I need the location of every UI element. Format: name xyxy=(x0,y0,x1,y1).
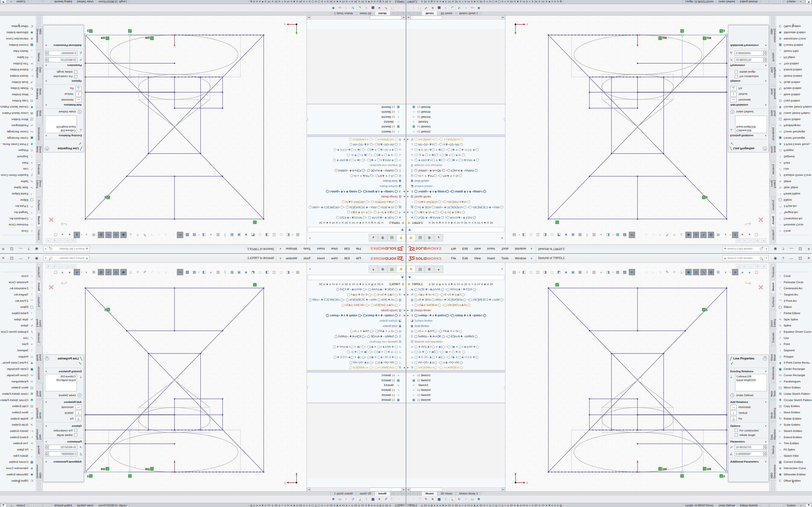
tool-item[interactable]: ▣ Center Rectangle xyxy=(0,135,36,141)
commandmanager-tab[interactable]: Sketch xyxy=(37,214,41,227)
headsup-icon[interactable]: ◍ xyxy=(708,232,714,238)
tool-item[interactable]: ▭ Corner Rectangle xyxy=(0,372,36,378)
tool-item[interactable]: ⌣ Fit Spline xyxy=(0,446,36,453)
parameter-input[interactable]: 0.00000000° xyxy=(49,51,77,56)
display-toolbar-icon[interactable]: ◔ xyxy=(463,497,469,502)
scrollbar-thumb[interactable] xyxy=(370,488,402,491)
tool-item[interactable]: ◔ Partial Ellipse xyxy=(776,191,812,197)
headsup-icon[interactable]: ▥ xyxy=(591,269,597,275)
tree-item[interactable]: ◪ Surface Bodies xyxy=(307,318,406,324)
headsup-icon[interactable]: ▤ xyxy=(295,269,301,275)
tree-item[interactable]: ▶ ↺ ◯ Ʌ♟◎ ✚ Ƽƨ∘Є ◯ ∘◯ Є∘ƨƼ ✚ ◎♟Ʌ ◯ xyxy=(406,292,505,297)
tool-item[interactable]: ⊗ Intersection Curve xyxy=(0,36,36,42)
expander-icon[interactable]: ▶ xyxy=(402,195,406,198)
headsup-icon[interactable]: ▤ xyxy=(295,232,301,238)
commandmanager-tab[interactable]: ⋮ xyxy=(771,17,775,20)
headsup-icon[interactable]: ▥ xyxy=(215,232,221,238)
tool-item[interactable]: ⊦ Extend Entities xyxy=(776,434,812,440)
commandmanager-tab[interactable]: Surfaces xyxy=(37,294,41,309)
restore-button[interactable]: ⊡ xyxy=(10,256,13,261)
sketch-list-item[interactable]: ⌐ (-) Sketch4 xyxy=(406,114,505,119)
display-toolbar-icon[interactable]: ✱ xyxy=(476,497,481,502)
tool-item[interactable]: ▱ Parallelogram xyxy=(776,378,812,385)
expand-icon[interactable]: ∨ xyxy=(45,460,47,463)
parameter-input[interactable]: 10.88152731 xyxy=(735,57,763,62)
display-toolbar-icon[interactable]: ▦ xyxy=(436,497,442,502)
tool-item[interactable]: ✂ Trim Entities xyxy=(776,440,812,447)
commandmanager-tab[interactable]: Mold Tools xyxy=(769,108,777,124)
status-unit-system[interactable]: Custom ▲ xyxy=(7,504,28,507)
panel-tab[interactable]: ▤ xyxy=(387,234,396,241)
headsup-icon[interactable]: ⊥ xyxy=(678,269,684,275)
add-relation-button[interactable]: — Horizontal xyxy=(44,404,84,410)
relation-entry[interactable]: Collinear108 xyxy=(737,129,766,132)
tree-item[interactable]: ★ ◯ ƼƨƷЄ ✚ ∘♟◎ΛΛΦ ◯ ∘◯ ΦΛΛ◎♟∘ ✚ ЄƷƨƼ ◯ xyxy=(406,215,505,220)
display-toolbar-icon[interactable]: ⊾ xyxy=(449,6,456,10)
add-relation-button[interactable]: — Horizontal xyxy=(728,97,768,103)
headsup-icon[interactable]: □ xyxy=(528,232,534,238)
headsup-icon[interactable]: □ xyxy=(257,232,263,238)
headsup-icon[interactable]: ◖ xyxy=(208,269,214,275)
tool-item[interactable]: ⊡ Copy Entities xyxy=(0,403,36,409)
tree-item[interactable]: ▶ ⛨ ◯ ƼƨЄƷИИΑ∪∔◯ ∘◯ ∔∪ΑИИƷЄƨƼ ◯ xyxy=(307,137,406,142)
tool-item[interactable]: ↻ Rotate Entities xyxy=(0,86,36,92)
tool-item[interactable]: ⊦ Extend Entities xyxy=(776,67,812,73)
headsup-icon[interactable]: ◨ xyxy=(605,232,611,238)
tool-item[interactable]: ⊗ Intersection Curve xyxy=(776,36,812,42)
tool-item[interactable]: ⊗ Intersection Curve xyxy=(776,465,812,471)
headsup-icon[interactable]: ◨ xyxy=(201,232,207,238)
tree-item[interactable]: ▶ A ◯ ƼƨИИ◎∘ ✚ Α ✚ ◎ИИΑ◯ ∘◯ ΑИИ◎ ✚ Α ✚ ∘… xyxy=(406,189,505,194)
commandmanager-tab[interactable]: ⋮ xyxy=(37,21,41,25)
tab-nav-icon[interactable]: › xyxy=(394,11,398,15)
spin-down-icon[interactable]: ▼ xyxy=(45,447,48,450)
tree-item[interactable]: ◪ Surface Bodies xyxy=(307,184,406,189)
headsup-icon[interactable]: ↩ xyxy=(177,269,183,275)
headsup-icon[interactable]: ◌ xyxy=(636,269,642,275)
tool-item[interactable]: ○ Circle xyxy=(0,273,36,279)
tree-item[interactable]: ◪ Surface Bodies xyxy=(406,318,505,324)
headsup-icon[interactable]: ◨ xyxy=(264,269,270,275)
menu-item[interactable]: View xyxy=(471,256,484,261)
sketch-list-item[interactable]: ⌐ Sketch3 xyxy=(307,383,406,388)
tool-item[interactable]: ⌣ Fit Spline xyxy=(0,54,36,61)
tree-item[interactable]: ☰ Material <not specified> xyxy=(307,339,406,344)
search-input[interactable]: Search CAD Models xyxy=(727,257,760,260)
user-icon[interactable]: ◉ xyxy=(35,256,38,260)
commandmanager-tab[interactable]: MBD Dimensions xyxy=(769,26,777,50)
headsup-icon[interactable]: ○ xyxy=(156,232,162,238)
tool-item[interactable]: ƒ Equation Driven Curve xyxy=(776,329,812,335)
pm-help-icon[interactable]: ? xyxy=(763,356,767,360)
headsup-icon[interactable]: ◍ xyxy=(98,232,104,238)
display-toolbar-icon[interactable]: ◔ xyxy=(410,6,416,10)
tree-item[interactable]: ▱ ◯ ✚ ИИ◎♟∔◯ ✳ ◉⟦◯ ∘◯ ⟧◉ ✳ ◯∔♟◎ИИ ✚ ◯ xyxy=(307,344,406,350)
display-toolbar-icon[interactable]: ▦ xyxy=(436,6,442,10)
sketch-list-item[interactable]: ⌐ (-) Sketch1 xyxy=(406,129,505,134)
tool-item[interactable]: ◇ Polygon xyxy=(776,353,812,360)
collapse-icon[interactable]: ∧ xyxy=(45,370,47,373)
tree-item[interactable]: ▣ Solid Bodies xyxy=(406,178,505,184)
tool-item[interactable]: ⊞ Linear Sketch Pattern xyxy=(0,110,36,116)
document-tab[interactable]: 3D Views xyxy=(356,492,374,496)
scrollbar-thumb[interactable] xyxy=(410,16,442,19)
doc-window-control-icon[interactable]: ⊡ xyxy=(52,264,57,269)
sketch-list-item[interactable]: ▦ (-) Sketch2 xyxy=(307,124,406,129)
sketch-list-item[interactable]: ▦ (-) Sketch2 xyxy=(406,124,505,129)
section-additional-parameters[interactable]: Additional Parameters ∨ xyxy=(728,459,768,464)
parameter-input[interactable]: 10.88152731 xyxy=(49,57,77,62)
tree-item[interactable]: ▱ ◯ ✚ Є ϽϹ∘♟◯ ✳ ◉⟦◯ ∘◯ ⟧◉ ✳ ◯♟∘ϹϽ Є ✚ ◯ xyxy=(307,147,406,153)
relations-listbox[interactable]: Collinear108Equal length109 xyxy=(735,374,767,391)
section-options[interactable]: Options ∧ xyxy=(728,423,768,428)
display-toolbar-icon[interactable]: ✎ xyxy=(423,497,429,502)
cancel-sketch-icon[interactable]: ✕ xyxy=(758,215,764,224)
user-icon[interactable]: ◉ xyxy=(774,256,777,260)
headsup-icon[interactable]: ▦ xyxy=(577,232,583,238)
menu-item[interactable]: Insert xyxy=(314,246,328,252)
tool-item[interactable]: ↻ Rotate Entities xyxy=(0,415,36,422)
collapse-icon[interactable]: ∧ xyxy=(765,370,767,373)
spin-up-icon[interactable]: ▲ xyxy=(764,53,767,56)
expand-icon[interactable]: ∨ xyxy=(765,44,767,47)
commandmanager-tab[interactable]: Features xyxy=(37,228,41,242)
tool-item[interactable]: ∿ Spline xyxy=(0,178,36,185)
headsup-icon[interactable]: ◨ xyxy=(264,232,270,238)
tool-item[interactable]: ▪ Point xyxy=(0,341,36,347)
